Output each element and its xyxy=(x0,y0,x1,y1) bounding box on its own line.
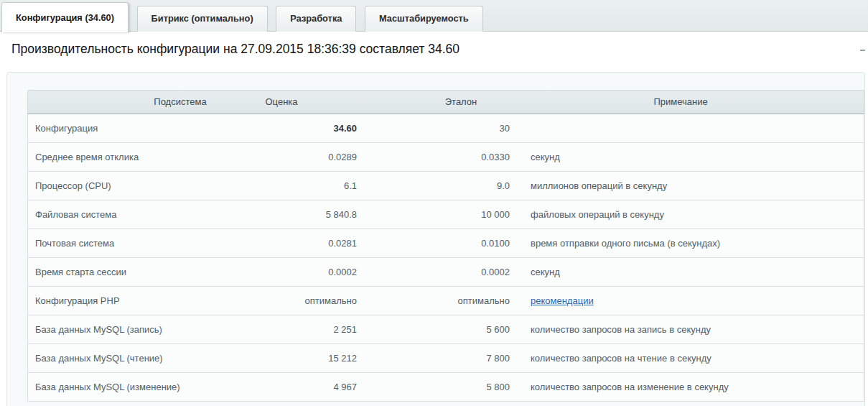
cell-reference: оптимально xyxy=(458,287,510,315)
table-row: Конфигурация 34.60 30 xyxy=(27,114,864,143)
tab-3[interactable]: Масштабируемость xyxy=(365,6,483,32)
cell-reference: 9.0 xyxy=(497,172,510,200)
cell-score: 15 212 xyxy=(328,344,357,372)
cell-reference: 0.0002 xyxy=(481,258,510,286)
cell-subsystem: Среднее время отклика xyxy=(35,143,139,171)
table-row: Файловая система 5 840.8 10 000 файловых… xyxy=(27,200,864,229)
table-body: Конфигурация 34.60 30 Среднее время откл… xyxy=(27,114,864,402)
cell-subsystem: База данных MySQL (чтение) xyxy=(35,344,163,372)
cell-reference: 5 800 xyxy=(486,373,510,401)
cell-reference: 7 800 xyxy=(486,344,510,372)
cell-subsystem: Конфигурация xyxy=(35,114,98,142)
table-row: Почтовая система 0.0281 0.0100 время отп… xyxy=(27,229,864,258)
cell-score: оптимально xyxy=(305,287,357,315)
cell-score: 0.0281 xyxy=(328,229,357,257)
cell-score: 4 967 xyxy=(333,373,357,401)
cell-reference: 30 xyxy=(500,114,510,142)
tab-label: Разработка xyxy=(290,13,342,24)
cell-note: секунд xyxy=(531,143,560,171)
column-header-score: Оценка xyxy=(265,91,297,114)
cell-note: секунд xyxy=(531,258,560,286)
table-row: Процессор (CPU) 6.1 9.0 миллионов операц… xyxy=(27,172,864,200)
tab-2[interactable]: Разработка xyxy=(276,6,356,32)
performance-table: Подсистема Оценка Эталон Примечание Конф… xyxy=(27,90,864,402)
column-header-note: Примечание xyxy=(653,91,707,114)
page-title: Производительность конфигурации на 27.09… xyxy=(11,42,846,57)
cell-reference: 10 000 xyxy=(481,200,510,229)
cell-note: файловых операций в секунду xyxy=(531,200,664,229)
tab-label: Конфигурация (34.60) xyxy=(16,12,114,23)
table-row: База данных MySQL (изменение) 4 967 5 80… xyxy=(27,373,864,402)
column-header-reference: Эталон xyxy=(445,91,477,114)
cell-subsystem: Время старта сессии xyxy=(35,258,126,286)
table-row: База данных MySQL (чтение) 15 212 7 800 … xyxy=(27,344,864,373)
cell-score: 0.0002 xyxy=(328,258,357,286)
performance-panel: Подсистема Оценка Эталон Примечание Конф… xyxy=(6,72,865,406)
cell-subsystem: База данных MySQL (запись) xyxy=(35,315,162,343)
cell-score: 2 251 xyxy=(333,315,357,343)
cell-score: 34.60 xyxy=(333,114,357,142)
column-header-subsystem: Подсистема xyxy=(154,91,206,114)
cell-note: количество запросов на запись в секунду xyxy=(531,315,711,343)
table-row: Время старта сессии 0.0002 0.0002 секунд xyxy=(27,258,864,287)
cell-score: 0.0289 xyxy=(328,143,357,171)
cell-note: миллионов операций в секунду xyxy=(531,172,667,200)
cell-reference: 5 600 xyxy=(486,315,510,343)
table-header-row: Подсистема Оценка Эталон Примечание xyxy=(27,90,864,114)
cell-subsystem: Процессор (CPU) xyxy=(35,172,111,200)
tab-label: Масштабируемость xyxy=(379,13,469,24)
cell-note: количество запросов на изменение в секун… xyxy=(531,373,729,401)
cell-reference: 0.0330 xyxy=(481,143,510,171)
cell-note: время отправки одного письма (в секундах… xyxy=(531,229,720,257)
tab-0-active[interactable]: Конфигурация (34.60) xyxy=(1,2,129,32)
cell-subsystem: Конфигурация PHP xyxy=(35,287,120,315)
tab-1[interactable]: Битрикс (оптимально) xyxy=(137,6,268,32)
cell-subsystem: Файловая система xyxy=(35,200,116,229)
scrollbar-dash-icon xyxy=(860,50,865,51)
cell-score: 5 840.8 xyxy=(326,200,357,229)
cell-subsystem: Почтовая система xyxy=(35,229,114,257)
table-row: Конфигурация PHP оптимально оптимально р… xyxy=(27,287,864,315)
cell-note: количество запросов на чтение в секунду xyxy=(531,344,711,372)
cell-reference: 0.0100 xyxy=(481,229,510,257)
cell-score: 6.1 xyxy=(344,172,357,200)
recommendations-link[interactable]: рекомендации xyxy=(531,287,594,315)
tab-bar: Конфигурация (34.60) Битрикс (оптимально… xyxy=(0,0,868,32)
cell-subsystem: База данных MySQL (изменение) xyxy=(35,373,180,401)
table-row: База данных MySQL (запись) 2 251 5 600 к… xyxy=(27,315,864,344)
table-row: Среднее время отклика 0.0289 0.0330 секу… xyxy=(27,143,864,172)
tab-label: Битрикс (оптимально) xyxy=(151,13,253,24)
